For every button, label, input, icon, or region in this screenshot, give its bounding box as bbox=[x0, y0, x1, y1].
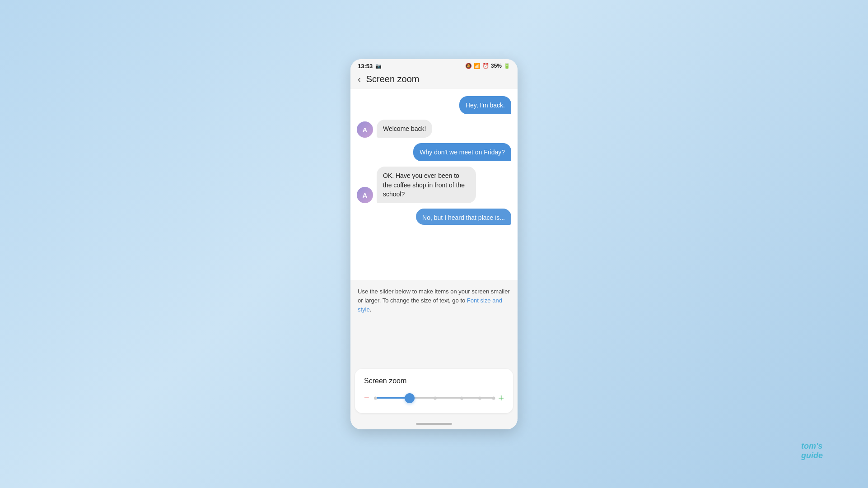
camera-icon: 📷 bbox=[375, 63, 382, 69]
message-bubble-sent: Why don't we meet on Friday? bbox=[413, 143, 511, 161]
slider-row: − + bbox=[364, 392, 504, 404]
message-bubble-received: OK. Have you ever been to the coffee sho… bbox=[377, 167, 476, 203]
slider-dot bbox=[374, 396, 377, 400]
message-row: No, but I heard that place is... bbox=[357, 209, 511, 225]
message-row: A Welcome back! bbox=[357, 120, 511, 138]
zoom-control-label: Screen zoom bbox=[364, 377, 504, 385]
mute-icon: 🔕 bbox=[465, 63, 472, 69]
message-row: Why don't we meet on Friday? bbox=[357, 143, 511, 161]
time-display: 13:53 bbox=[358, 63, 373, 70]
top-bar: ‹ Screen zoom bbox=[350, 71, 518, 89]
slider-increase-button[interactable]: + bbox=[498, 392, 504, 404]
chat-preview: Hey, I'm back. A Welcome back! Why don't… bbox=[350, 89, 518, 280]
message-bubble-sent-partial: No, but I heard that place is... bbox=[416, 209, 511, 225]
message-row: A OK. Have you ever been to the coffee s… bbox=[357, 167, 511, 203]
home-indicator bbox=[350, 420, 518, 429]
slider-dot bbox=[434, 396, 437, 400]
slider-thumb[interactable] bbox=[405, 393, 415, 403]
home-bar bbox=[416, 423, 452, 425]
message-row: Hey, I'm back. bbox=[357, 96, 511, 114]
page-title: Screen zoom bbox=[366, 74, 420, 84]
status-bar-left: 13:53 📷 bbox=[358, 63, 382, 70]
avatar: A bbox=[357, 187, 373, 203]
slider-track bbox=[374, 397, 494, 399]
slider-dot bbox=[478, 396, 481, 400]
slider-decrease-button[interactable]: − bbox=[364, 393, 369, 403]
content-spacer bbox=[350, 318, 518, 369]
status-bar-right: 🔕 📶 ⏰ 35% 🔋 bbox=[465, 63, 510, 69]
battery-icon: 🔋 bbox=[504, 63, 510, 69]
slider-track-container[interactable] bbox=[374, 394, 494, 403]
zoom-control-card: Screen zoom − + bbox=[355, 369, 513, 413]
message-bubble-received: Welcome back! bbox=[377, 120, 432, 138]
phone-mockup: 13:53 📷 🔕 📶 ⏰ 35% 🔋 ‹ Screen zoom Hey, I… bbox=[350, 59, 518, 429]
avatar: A bbox=[357, 121, 373, 138]
back-button[interactable]: ‹ bbox=[358, 74, 361, 84]
description-area: Use the slider below to make items on yo… bbox=[350, 280, 518, 318]
battery-text: 35% bbox=[491, 63, 502, 69]
slider-dot bbox=[460, 396, 463, 400]
wifi-icon: 📶 bbox=[474, 63, 481, 69]
alarm-icon: ⏰ bbox=[482, 63, 489, 69]
description-text: Use the slider below to make items on yo… bbox=[358, 288, 510, 313]
watermark: tom's guide bbox=[801, 442, 823, 461]
status-bar: 13:53 📷 🔕 📶 ⏰ 35% 🔋 bbox=[350, 59, 518, 71]
slider-dot bbox=[492, 396, 495, 400]
message-bubble-sent: Hey, I'm back. bbox=[459, 96, 511, 114]
